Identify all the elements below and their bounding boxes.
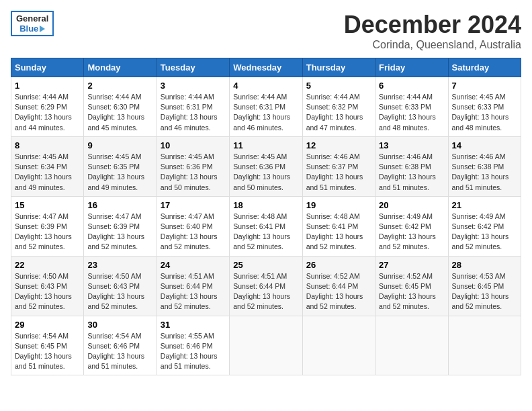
day-info: Sunrise: 4:48 AMSunset: 6:41 PMDaylight:… [306,212,363,251]
day-number: 16 [87,200,152,210]
weekday-header-thursday: Thursday [302,58,375,77]
day-number: 13 [379,140,444,150]
calendar-cell: 24 Sunrise: 4:51 AMSunset: 6:44 PMDaylig… [157,256,229,316]
calendar-cell: 30 Sunrise: 4:54 AMSunset: 6:46 PMDaylig… [84,316,157,375]
day-number: 30 [87,320,152,330]
day-number: 19 [306,200,371,210]
day-number: 5 [306,81,371,91]
header: General Blue December 2024 Corinda, Quee… [11,11,521,51]
day-info: Sunrise: 4:55 AMSunset: 6:46 PMDaylight:… [161,332,218,371]
day-info: Sunrise: 4:45 AMSunset: 6:36 PMDaylight:… [161,152,218,191]
week-row-4: 22 Sunrise: 4:50 AMSunset: 6:43 PMDaylig… [11,256,521,316]
day-info: Sunrise: 4:53 AMSunset: 6:45 PMDaylight:… [452,272,509,311]
calendar-cell: 6 Sunrise: 4:44 AMSunset: 6:33 PMDayligh… [375,77,448,137]
day-number: 3 [161,81,226,91]
day-number: 2 [87,81,152,91]
title-area: December 2024 Corinda, Queensland, Austr… [344,11,521,51]
calendar-cell: 10 Sunrise: 4:45 AMSunset: 6:36 PMDaylig… [157,136,229,196]
day-info: Sunrise: 4:44 AMSunset: 6:31 PMDaylight:… [233,93,290,132]
day-info: Sunrise: 4:47 AMSunset: 6:40 PMDaylight:… [161,212,218,251]
day-info: Sunrise: 4:49 AMSunset: 6:42 PMDaylight:… [452,212,509,251]
day-number: 18 [233,200,298,210]
week-row-3: 15 Sunrise: 4:47 AMSunset: 6:39 PMDaylig… [11,196,521,256]
day-info: Sunrise: 4:51 AMSunset: 6:44 PMDaylight:… [161,272,218,311]
day-number: 27 [379,260,444,270]
weekday-header-tuesday: Tuesday [157,58,229,77]
calendar-cell: 7 Sunrise: 4:45 AMSunset: 6:33 PMDayligh… [448,77,521,137]
calendar-cell: 12 Sunrise: 4:46 AMSunset: 6:37 PMDaylig… [302,136,375,196]
calendar-cell [302,316,375,375]
day-number: 23 [87,260,152,270]
day-info: Sunrise: 4:50 AMSunset: 6:43 PMDaylight:… [87,272,144,311]
weekday-header-saturday: Saturday [448,58,521,77]
calendar-cell: 15 Sunrise: 4:47 AMSunset: 6:39 PMDaylig… [11,196,84,256]
day-number: 14 [452,140,517,150]
day-info: Sunrise: 4:44 AMSunset: 6:33 PMDaylight:… [379,93,436,132]
day-info: Sunrise: 4:47 AMSunset: 6:39 PMDaylight:… [87,212,144,251]
calendar-cell: 11 Sunrise: 4:45 AMSunset: 6:36 PMDaylig… [230,136,302,196]
day-info: Sunrise: 4:46 AMSunset: 6:38 PMDaylight:… [379,152,436,191]
day-info: Sunrise: 4:47 AMSunset: 6:39 PMDaylight:… [15,212,72,251]
day-number: 24 [161,260,226,270]
day-info: Sunrise: 4:51 AMSunset: 6:44 PMDaylight:… [233,272,290,311]
day-info: Sunrise: 4:48 AMSunset: 6:41 PMDaylight:… [233,212,290,251]
week-row-2: 8 Sunrise: 4:45 AMSunset: 6:34 PMDayligh… [11,136,521,196]
logo-blue-part: Blue [19,24,45,34]
calendar-cell: 28 Sunrise: 4:53 AMSunset: 6:45 PMDaylig… [448,256,521,316]
logo-general-text: General [16,13,48,24]
day-number: 26 [306,260,371,270]
calendar-cell [230,316,302,375]
calendar-cell: 17 Sunrise: 4:47 AMSunset: 6:40 PMDaylig… [157,196,229,256]
logo-arrow-icon [40,26,45,32]
weekday-header-friday: Friday [375,58,448,77]
location-title: Corinda, Queensland, Australia [344,39,521,51]
logo: General Blue [11,11,54,36]
day-number: 21 [452,200,517,210]
calendar-cell: 3 Sunrise: 4:44 AMSunset: 6:31 PMDayligh… [157,77,229,137]
day-number: 9 [87,140,152,150]
day-number: 1 [15,81,80,91]
day-number: 10 [161,140,226,150]
day-number: 12 [306,140,371,150]
calendar-cell: 27 Sunrise: 4:52 AMSunset: 6:45 PMDaylig… [375,256,448,316]
calendar-cell: 13 Sunrise: 4:46 AMSunset: 6:38 PMDaylig… [375,136,448,196]
day-info: Sunrise: 4:46 AMSunset: 6:38 PMDaylight:… [452,152,509,191]
day-number: 6 [379,81,444,91]
month-title: December 2024 [344,11,521,39]
calendar-cell: 22 Sunrise: 4:50 AMSunset: 6:43 PMDaylig… [11,256,84,316]
calendar-cell: 18 Sunrise: 4:48 AMSunset: 6:41 PMDaylig… [230,196,302,256]
calendar-cell: 14 Sunrise: 4:46 AMSunset: 6:38 PMDaylig… [448,136,521,196]
day-number: 20 [379,200,444,210]
calendar-cell: 8 Sunrise: 4:45 AMSunset: 6:34 PMDayligh… [11,136,84,196]
week-row-5: 29 Sunrise: 4:54 AMSunset: 6:45 PMDaylig… [11,316,521,375]
week-row-1: 1 Sunrise: 4:44 AMSunset: 6:29 PMDayligh… [11,77,521,137]
calendar-cell: 29 Sunrise: 4:54 AMSunset: 6:45 PMDaylig… [11,316,84,375]
day-info: Sunrise: 4:45 AMSunset: 6:35 PMDaylight:… [87,152,144,191]
day-info: Sunrise: 4:44 AMSunset: 6:29 PMDaylight:… [15,93,72,132]
weekday-header-sunday: Sunday [11,58,84,77]
day-info: Sunrise: 4:44 AMSunset: 6:30 PMDaylight:… [87,93,144,132]
calendar-cell: 31 Sunrise: 4:55 AMSunset: 6:46 PMDaylig… [157,316,229,375]
logo-blue-text: Blue [19,24,38,34]
day-number: 17 [161,200,226,210]
calendar-cell [375,316,448,375]
day-info: Sunrise: 4:44 AMSunset: 6:32 PMDaylight:… [306,93,363,132]
day-number: 7 [452,81,517,91]
logo-box: General Blue [11,11,54,36]
day-number: 28 [452,260,517,270]
calendar-table: SundayMondayTuesdayWednesdayThursdayFrid… [11,58,521,375]
day-number: 22 [15,260,80,270]
day-number: 25 [233,260,298,270]
calendar-cell: 20 Sunrise: 4:49 AMSunset: 6:42 PMDaylig… [375,196,448,256]
day-info: Sunrise: 4:49 AMSunset: 6:42 PMDaylight:… [379,212,436,251]
calendar-cell: 9 Sunrise: 4:45 AMSunset: 6:35 PMDayligh… [84,136,157,196]
weekday-header-wednesday: Wednesday [230,58,302,77]
day-info: Sunrise: 4:45 AMSunset: 6:33 PMDaylight:… [452,93,509,132]
day-info: Sunrise: 4:46 AMSunset: 6:37 PMDaylight:… [306,152,363,191]
day-number: 31 [161,320,226,330]
calendar-cell [448,316,521,375]
day-info: Sunrise: 4:52 AMSunset: 6:45 PMDaylight:… [379,272,436,311]
calendar-body: 1 Sunrise: 4:44 AMSunset: 6:29 PMDayligh… [11,77,521,375]
weekday-header-monday: Monday [84,58,157,77]
day-info: Sunrise: 4:52 AMSunset: 6:44 PMDaylight:… [306,272,363,311]
